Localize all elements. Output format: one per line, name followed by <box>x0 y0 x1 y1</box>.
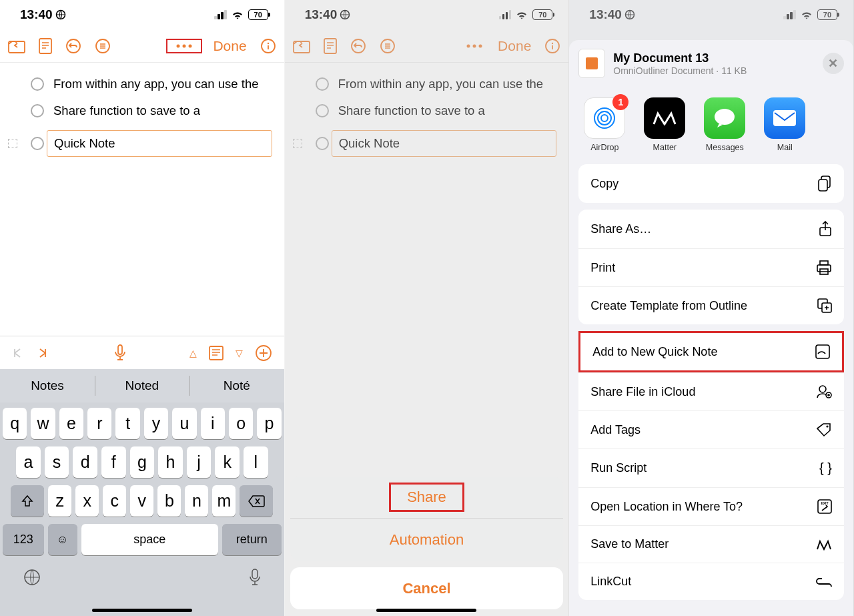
space-key[interactable]: space <box>81 524 218 555</box>
quick-note-action[interactable]: Add to New Quick Note <box>578 331 844 372</box>
key-s[interactable]: s <box>45 446 69 478</box>
folder-back-icon[interactable] <box>8 39 25 53</box>
matter-icon <box>644 97 685 139</box>
key-c[interactable]: c <box>103 485 126 517</box>
automation-action[interactable]: Automation <box>290 519 564 561</box>
exit-icon: EXIT <box>817 499 832 514</box>
create-template-action[interactable]: Create Template from Outline <box>578 286 844 324</box>
share-apps-row[interactable]: 1 AirDrop Matter Messages Mail <box>569 87 853 159</box>
outline-icon[interactable] <box>380 38 396 54</box>
action-group: Add to New Quick Note Share File in iClo… <box>578 331 844 600</box>
key-v[interactable]: v <box>130 485 153 517</box>
return-key[interactable]: return <box>222 524 282 555</box>
numeric-key[interactable]: 123 <box>3 524 44 555</box>
key-z[interactable]: z <box>48 485 71 517</box>
linkcut-action[interactable]: LinkCut <box>578 563 844 600</box>
add-circle-icon[interactable] <box>255 344 272 362</box>
bullet-icon[interactable] <box>31 137 44 150</box>
run-script-action[interactable]: Run Script{ } <box>578 448 844 487</box>
svg-point-42 <box>826 425 828 427</box>
done-button[interactable]: Done <box>498 38 531 54</box>
key-k[interactable]: k <box>215 446 240 478</box>
save-matter-action[interactable]: Save to Matter <box>578 525 844 563</box>
share-sheet: My Document 13 OmniOutliner Document · 1… <box>569 40 853 616</box>
shift-key[interactable] <box>11 485 44 517</box>
move-up-icon[interactable]: △ <box>189 348 197 358</box>
key-t[interactable]: t <box>115 408 139 439</box>
key-b[interactable]: b <box>157 485 181 517</box>
cancel-action[interactable]: Cancel <box>290 567 564 609</box>
home-indicator[interactable] <box>376 609 476 612</box>
emoji-key[interactable]: ☺ <box>48 524 77 555</box>
keyboard[interactable]: qwertyuiop asdfghjkl zxcvbnm 123 ☺ space… <box>0 402 284 616</box>
indent-icon[interactable] <box>37 347 51 359</box>
note-icon[interactable] <box>209 346 224 360</box>
undo-icon[interactable] <box>350 38 366 54</box>
key-m[interactable]: m <box>212 485 236 517</box>
key-l[interactable]: l <box>244 446 268 478</box>
undo-icon[interactable] <box>65 38 81 54</box>
home-indicator[interactable] <box>92 609 192 612</box>
key-g[interactable]: g <box>130 446 155 478</box>
info-icon[interactable] <box>260 38 276 54</box>
outline-row[interactable]: From within any app, you can use the <box>0 71 284 97</box>
location-icon <box>55 9 66 20</box>
document-icon[interactable] <box>39 38 52 54</box>
key-n[interactable]: n <box>185 485 208 517</box>
share-icloud-action[interactable]: Share File in iCloud <box>578 372 844 410</box>
move-down-icon[interactable]: ▽ <box>236 348 243 358</box>
key-o[interactable]: o <box>229 408 253 439</box>
drag-handle-icon[interactable] <box>8 139 17 148</box>
share-action[interactable]: Share <box>290 477 564 519</box>
more-icon[interactable] <box>464 43 484 49</box>
outline-icon[interactable] <box>95 38 111 54</box>
key-q[interactable]: q <box>3 408 27 439</box>
key-y[interactable]: y <box>144 408 168 439</box>
suggestion[interactable]: Notes <box>0 369 95 402</box>
share-as-action[interactable]: Share As… <box>578 210 844 248</box>
copy-action[interactable]: Copy <box>578 164 844 203</box>
key-w[interactable]: w <box>31 408 55 439</box>
suggestion[interactable]: Noté <box>189 369 284 402</box>
more-icon[interactable] <box>166 39 202 53</box>
key-d[interactable]: d <box>73 446 97 478</box>
svg-point-9 <box>267 42 268 43</box>
key-i[interactable]: i <box>201 408 225 439</box>
key-f[interactable]: f <box>101 446 126 478</box>
outline-rows: From within any app, you can use the Sha… <box>0 63 284 163</box>
key-u[interactable]: u <box>172 408 196 439</box>
outline-row[interactable]: Share function to save to a <box>0 97 284 124</box>
status-time: 13:40 <box>20 7 53 22</box>
backspace-key[interactable] <box>240 485 273 517</box>
add-tags-action[interactable]: Add Tags <box>578 410 844 448</box>
mic-key[interactable] <box>248 568 262 587</box>
svg-rect-14 <box>252 569 258 579</box>
bullet-icon[interactable] <box>31 104 44 117</box>
outline-row-active[interactable]: Quick Note <box>0 124 284 163</box>
key-h[interactable]: h <box>158 446 183 478</box>
quicknote-icon <box>815 344 830 359</box>
key-j[interactable]: j <box>187 446 211 478</box>
share-app-airdrop[interactable]: 1 AirDrop <box>584 97 625 152</box>
key-x[interactable]: x <box>75 485 99 517</box>
print-action[interactable]: Print <box>578 248 844 286</box>
folder-back-icon[interactable] <box>293 39 310 53</box>
document-icon[interactable] <box>324 38 337 54</box>
info-icon[interactable] <box>544 38 560 54</box>
share-app-messages[interactable]: Messages <box>704 97 745 152</box>
tag-icon <box>816 422 832 437</box>
key-e[interactable]: e <box>59 408 83 439</box>
dictation-icon[interactable] <box>114 344 126 362</box>
key-a[interactable]: a <box>16 446 41 478</box>
close-button[interactable]: ✕ <box>823 53 844 74</box>
key-p[interactable]: p <box>257 408 281 439</box>
share-app-matter[interactable]: Matter <box>644 97 685 152</box>
key-r[interactable]: r <box>87 408 111 439</box>
bullet-icon[interactable] <box>31 77 44 91</box>
where-to-action[interactable]: Open Location in Where To?EXIT <box>578 487 844 525</box>
done-button[interactable]: Done <box>213 38 246 54</box>
share-app-mail[interactable]: Mail <box>764 97 805 152</box>
svg-rect-11 <box>209 346 223 360</box>
globe-key[interactable] <box>23 568 41 587</box>
suggestion[interactable]: Noted <box>95 369 189 402</box>
